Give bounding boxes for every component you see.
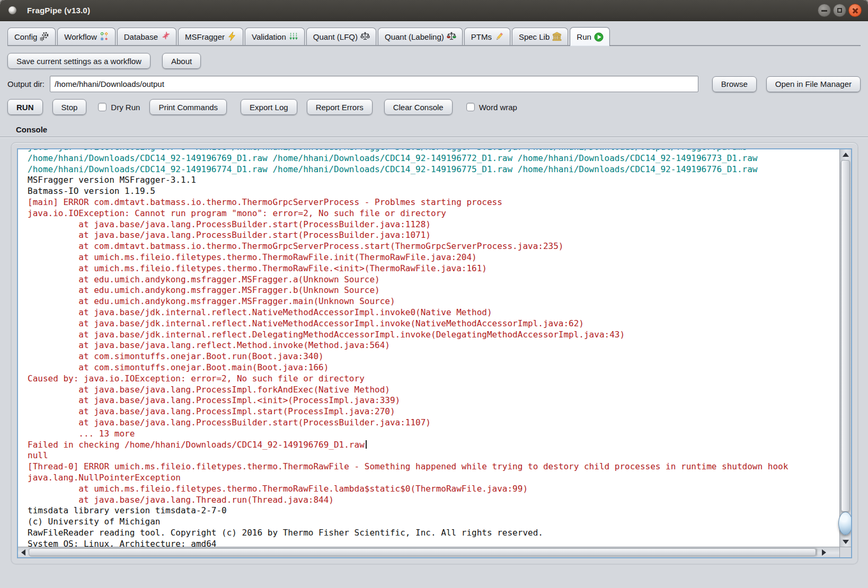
print-commands-button[interactable]: Print Commands: [149, 99, 227, 115]
tab-quant-lfq[interactable]: Quant (LFQ): [306, 28, 376, 45]
output-dir-label: Output dir:: [7, 79, 45, 88]
console-line: at java.base/java.lang.ProcessBuilder.st…: [28, 219, 839, 230]
stop-button[interactable]: Stop: [52, 99, 87, 115]
scroll-down-arrow-icon[interactable]: [840, 537, 851, 547]
export-log-button[interactable]: Export Log: [241, 99, 297, 115]
run-button[interactable]: RUN: [7, 99, 43, 115]
report-errors-button[interactable]: Report Errors: [307, 99, 373, 115]
workflow-icon: [100, 32, 109, 41]
tab-strip: Config Workflow Database: [7, 26, 861, 46]
scale-icon: [360, 32, 370, 41]
console-line: [main] ERROR com.dmtavt.batmass.io.therm…: [28, 197, 839, 208]
scroll-left-arrow-icon[interactable]: [18, 547, 28, 557]
console-line: at com.dmtavt.batmass.io.thermo.ThermoGr…: [28, 241, 839, 252]
word-wrap-checkbox[interactable]: [466, 103, 475, 111]
scroll-up-arrow-icon[interactable]: [840, 149, 851, 159]
arrows-down-icon: [289, 32, 298, 41]
close-button[interactable]: [848, 4, 862, 17]
tab-label: Validation: [252, 32, 286, 41]
tab-database[interactable]: Database: [117, 28, 176, 45]
app-icon: [8, 6, 16, 14]
lightning-icon: [227, 32, 237, 41]
tab-label: Spec Lib: [519, 32, 550, 41]
play-icon: [594, 32, 604, 42]
tab-label: Quant (LFQ): [313, 32, 358, 41]
tab-run[interactable]: Run: [570, 27, 610, 46]
library-icon: [552, 32, 562, 41]
open-file-manager-button[interactable]: Open in File Manager: [766, 76, 861, 92]
console-line: /home/hhani/Downloads/CDC14_92-149196774…: [28, 164, 839, 175]
console-line: [Thread-0] ERROR umich.ms.fileio.filetyp…: [28, 461, 839, 473]
console-line: MSFragger version MSFragger-3.1.1: [28, 175, 839, 186]
console-output: java -jar -Dfile.encoding=UTF-8 -Xmx16G …: [28, 149, 839, 547]
console-line: java.lang.NullPointerException: [28, 473, 839, 484]
horizontal-scroll-thumb[interactable]: [29, 548, 816, 556]
tab-spec-lib[interactable]: Spec Lib: [512, 28, 568, 45]
tab-config[interactable]: Config: [7, 28, 56, 45]
minimize-icon: [821, 10, 827, 12]
console-line: timsdata library version timsdata-2-7-0: [28, 505, 839, 516]
console-separator: [0, 137, 868, 138]
dry-run-checkbox-wrap[interactable]: Dry Run: [98, 103, 140, 112]
console-line: at edu.umich.andykong.msfragger.MSFragge…: [28, 274, 839, 286]
tab-msfragger[interactable]: MSFragger: [178, 28, 243, 45]
window-title: FragPipe (v13.0): [27, 6, 90, 15]
console-line: Batmass-IO version 1.19.5: [28, 186, 839, 197]
scroll-knob[interactable]: [838, 512, 852, 535]
word-wrap-checkbox-wrap[interactable]: Word wrap: [466, 103, 517, 112]
console-line: RawFileReader reading tool. Copyright (c…: [28, 528, 839, 539]
console-line: at java.base/jdk.internal.reflect.Native…: [28, 318, 839, 329]
console-line: at umich.ms.fileio.filetypes.thermo.Ther…: [28, 263, 839, 274]
tab-label: MSFragger: [185, 32, 225, 41]
tab-label: Run: [577, 32, 591, 41]
dry-run-label: Dry Run: [111, 103, 140, 112]
word-wrap-label: Word wrap: [479, 103, 517, 112]
output-dir-row: Output dir: Browse Open in File Manager: [7, 76, 861, 92]
save-workflow-button[interactable]: Save current settings as a workflow: [7, 53, 150, 69]
output-dir-input[interactable]: [50, 76, 698, 92]
browse-button[interactable]: Browse: [712, 76, 757, 92]
console-line: at java.base/java.lang.ProcessImpl.start…: [28, 406, 839, 417]
console-caption: Console: [16, 125, 861, 134]
text-caret: [366, 440, 367, 449]
console-line: at umich.ms.fileio.filetypes.thermo.Ther…: [28, 484, 839, 495]
tab-label: Database: [124, 32, 158, 41]
tab-ptms[interactable]: PTMs: [464, 28, 510, 45]
tab-quant-labeling[interactable]: Quant (Labeling): [378, 28, 463, 45]
dry-run-checkbox[interactable]: [98, 103, 107, 111]
console-viewport[interactable]: java -jar -Dfile.encoding=UTF-8 -Xmx16G …: [18, 149, 839, 547]
console-line: java.io.IOException: Cannot run program …: [28, 208, 839, 219]
console-line: at java.base/java.lang.ProcessBuilder.st…: [28, 417, 839, 429]
scroll-right-arrow-icon[interactable]: [819, 547, 829, 557]
console-line: at edu.umich.andykong.msfragger.MSFragge…: [28, 296, 839, 307]
vertical-scroll-thumb[interactable]: [841, 160, 850, 512]
console-line: at com.simontuffs.onejar.Boot.run(Boot.j…: [28, 351, 839, 362]
console-line: Failed in checking /home/hhani/Downloads…: [28, 440, 839, 451]
console-line: at java.base/java.lang.Thread.run(Thread…: [28, 495, 839, 506]
maximize-button[interactable]: [833, 4, 846, 17]
console-line: at java.base/jdk.internal.reflect.Delega…: [28, 329, 839, 341]
console-line: /home/hhani/Downloads/CDC14_92-149196769…: [28, 153, 839, 164]
clear-console-button[interactable]: Clear Console: [384, 99, 453, 115]
console-line: java -jar -Dfile.encoding=UTF-8 -Xmx16G …: [28, 149, 839, 153]
tab-label: Quant (Labeling): [385, 32, 444, 41]
console-line: at java.base/java.lang.ProcessBuilder.st…: [28, 230, 839, 241]
console-line: Caused by: java.io.IOException: error=2,…: [28, 373, 839, 385]
tab-label: Workflow: [64, 32, 96, 41]
console-line: at java.base/jdk.internal.reflect.Native…: [28, 307, 839, 318]
tab-workflow[interactable]: Workflow: [57, 28, 115, 45]
window-controls: [818, 4, 862, 17]
titlebar: FragPipe (v13.0): [0, 0, 868, 21]
pencil-icon: [494, 32, 504, 41]
console-line: at java.base/java.lang.ProcessImpl.<init…: [28, 395, 839, 406]
fragpipe-window: FragPipe (v13.0) Config Workflow: [0, 0, 868, 588]
scrollbar-corner: [839, 547, 851, 557]
console-line: at com.simontuffs.onejar.Boot.main(Boot.…: [28, 362, 839, 373]
horizontal-scrollbar[interactable]: [18, 547, 839, 557]
console-panel: java -jar -Dfile.encoding=UTF-8 -Xmx16G …: [11, 142, 858, 565]
vertical-scrollbar[interactable]: [839, 149, 851, 547]
minimize-button[interactable]: [818, 4, 831, 17]
tab-validation[interactable]: Validation: [245, 28, 305, 45]
console-line: at java.base/java.lang.reflect.Method.in…: [28, 340, 839, 351]
about-button[interactable]: About: [162, 53, 201, 69]
